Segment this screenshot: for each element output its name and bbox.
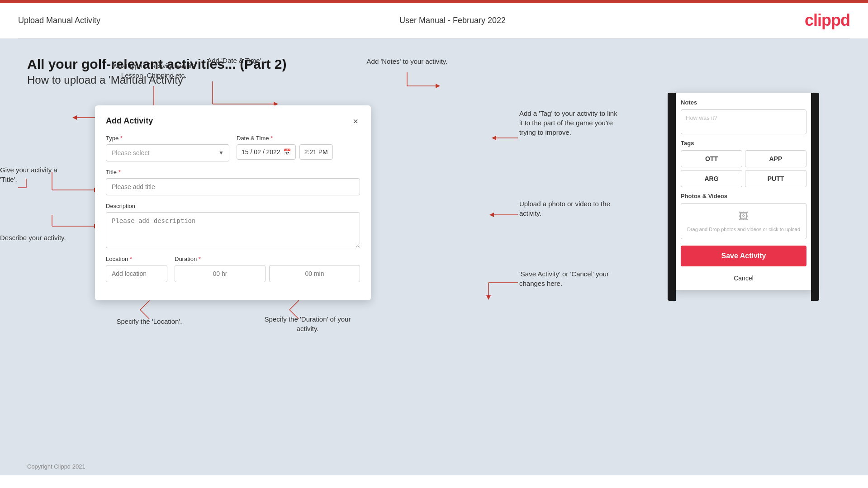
duration-inputs <box>175 265 360 282</box>
tag-ott[interactable]: OTT <box>681 150 742 167</box>
location-annotation: Specify the 'Location'. <box>104 317 194 326</box>
calendar-icon: 📅 <box>283 148 291 156</box>
tags-grid: OTT APP ARG PUTT <box>674 150 814 193</box>
notes-input[interactable]: How was it? <box>681 109 806 134</box>
location-input[interactable] <box>106 265 167 282</box>
notes-section-label: Notes <box>674 93 814 109</box>
svg-line-15 <box>140 301 149 310</box>
photos-dropzone[interactable]: 🖼 Drag and Drop photos and videos or cli… <box>681 203 806 239</box>
title-group: Title * <box>106 169 360 195</box>
location-label: Location * <box>106 256 167 262</box>
photo-upload-icon: 🖼 <box>739 209 749 224</box>
duration-group: Duration * <box>175 256 360 282</box>
type-select-wrapper: Please select ▼ <box>106 144 229 161</box>
header-left-label: Upload Manual Activity <box>18 16 100 25</box>
modal-close-button[interactable]: × <box>351 117 360 126</box>
description-group: Description <box>106 203 360 248</box>
svg-marker-28 <box>489 213 494 217</box>
type-annotation: What type of activity was it? Lesson, Ch… <box>104 61 204 80</box>
title-annotation: Give your activity a 'Title'. <box>0 165 68 184</box>
title-input[interactable] <box>106 178 360 195</box>
clippd-logo: clippd <box>805 11 850 30</box>
tag-putt[interactable]: PUTT <box>745 170 806 187</box>
type-group: Type * Please select ▼ <box>106 135 229 161</box>
photos-annotation: Upload a photo or video to the activity. <box>519 199 614 218</box>
photos-placeholder-text: Drag and Drop photos and videos or click… <box>687 226 800 233</box>
date-time-inputs: 15 / 02 / 2022 📅 2:21 PM <box>237 144 360 160</box>
type-label: Type * <box>106 135 229 142</box>
photos-section-label: Photos & Videos <box>674 193 814 203</box>
description-annotation: Describe your activity. <box>0 233 68 242</box>
phone-right-bar <box>811 93 819 301</box>
title-form-label: Title * <box>106 169 360 175</box>
datetime-annotation: Add 'Date & Time'. <box>190 56 280 65</box>
notes-annotation: Add 'Notes' to your activity. <box>366 57 448 66</box>
header-center-label: User Manual - February 2022 <box>399 16 506 25</box>
header: Upload Manual Activity User Manual - Feb… <box>0 3 868 38</box>
tag-app[interactable]: APP <box>745 150 806 167</box>
location-duration-row: Location * Duration * <box>106 256 360 282</box>
time-input[interactable]: 2:21 PM <box>299 144 333 160</box>
location-group: Location * <box>106 256 167 282</box>
svg-line-19 <box>289 301 299 310</box>
tags-section-label: Tags <box>674 140 814 150</box>
cancel-button[interactable]: Cancel <box>674 271 814 285</box>
copyright: Copyright Clippd 2021 <box>27 463 85 470</box>
type-datetime-row: Type * Please select ▼ Date & Time * 15 … <box>106 135 360 161</box>
save-activity-button[interactable]: Save Activity <box>681 246 806 266</box>
svg-marker-2 <box>72 115 77 120</box>
description-label: Description <box>106 203 360 209</box>
phone-panel: Notes How was it? Tags OTT APP ARG PUTT … <box>674 93 814 290</box>
add-activity-modal: Add Activity × Type * Please select ▼ Da… <box>95 105 371 300</box>
duration-hr-input[interactable] <box>175 265 266 282</box>
datetime-group: Date & Time * 15 / 02 / 2022 📅 2:21 PM <box>237 135 360 161</box>
date-input[interactable]: 15 / 02 / 2022 📅 <box>237 144 296 160</box>
duration-min-input[interactable] <box>269 265 360 282</box>
type-select[interactable]: Please select <box>106 144 229 161</box>
datetime-label: Date & Time * <box>237 135 360 142</box>
phone-left-bar <box>668 93 676 301</box>
duration-label: Duration * <box>175 256 360 262</box>
main-content: All your golf-relevant activities... (Pa… <box>0 38 868 475</box>
modal-header: Add Activity × <box>106 116 360 126</box>
duration-annotation: Specify the 'Duration' of your activity. <box>258 314 357 333</box>
description-textarea[interactable] <box>106 212 360 248</box>
tags-annotation: Add a 'Tag' to your activity to link it … <box>519 109 619 137</box>
svg-marker-26 <box>492 136 496 140</box>
tag-arg[interactable]: ARG <box>681 170 742 187</box>
modal-title: Add Activity <box>106 116 153 126</box>
save-annotation: 'Save Activity' or 'Cancel' your changes… <box>519 269 619 288</box>
svg-marker-31 <box>486 295 491 300</box>
